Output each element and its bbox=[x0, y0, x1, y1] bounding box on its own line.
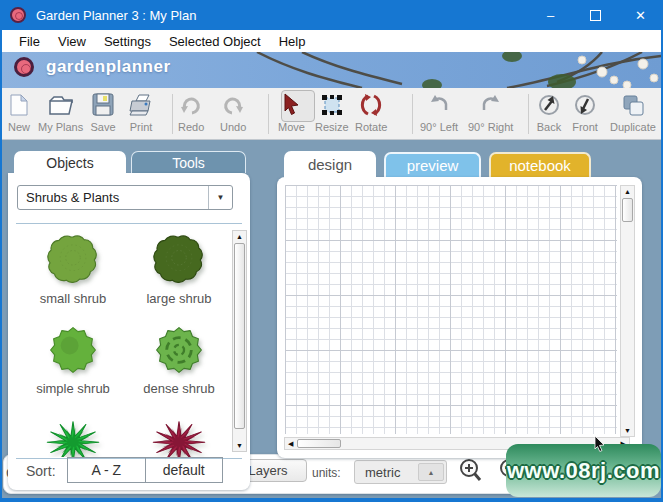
brand-banner: gardenplanner bbox=[2, 52, 661, 88]
menu-view[interactable]: View bbox=[49, 34, 95, 49]
item-label: large shrub bbox=[146, 291, 211, 306]
simple-shrub-icon bbox=[44, 322, 102, 378]
objects-scrollbar[interactable]: ▲ ▼ bbox=[232, 230, 247, 452]
rotate-90-left-button[interactable]: 90° Left bbox=[420, 92, 458, 133]
item-label: simple shrub bbox=[36, 381, 110, 396]
resize-handles-icon bbox=[319, 92, 345, 118]
move-cursor-icon bbox=[278, 92, 304, 118]
category-dropdown-value: Shrubs & Plants bbox=[18, 190, 208, 205]
print-button[interactable]: Print bbox=[128, 92, 154, 133]
zoom-in-icon bbox=[458, 458, 484, 486]
sort-box: A - Z default bbox=[67, 457, 223, 483]
tab-preview[interactable]: preview bbox=[384, 152, 481, 177]
floppy-disk-icon bbox=[90, 92, 116, 118]
scroll-left-icon[interactable]: ◀ bbox=[288, 440, 293, 448]
tab-notebook[interactable]: notebook bbox=[489, 152, 591, 177]
save-button[interactable]: Save bbox=[90, 92, 116, 133]
units-dropdown[interactable]: metric ▲ bbox=[354, 460, 447, 484]
design-grid-canvas[interactable] bbox=[285, 185, 617, 434]
list-item-dense-shrub[interactable]: dense shrub bbox=[126, 322, 232, 396]
list-item-spiky-green-plant[interactable] bbox=[20, 412, 126, 457]
app-logo: gardenplanner bbox=[14, 57, 171, 77]
back-button[interactable]: Back bbox=[536, 92, 562, 133]
menu-settings[interactable]: Settings bbox=[95, 34, 160, 49]
toolbar-separator bbox=[528, 94, 529, 134]
front-button[interactable]: Front bbox=[572, 92, 598, 133]
sort-default-button[interactable]: default bbox=[146, 458, 223, 482]
menu-file[interactable]: File bbox=[10, 34, 49, 49]
toolbar-separator bbox=[412, 94, 413, 134]
minimize-button[interactable]: – bbox=[528, 0, 573, 30]
small-shrub-icon bbox=[42, 232, 104, 288]
large-shrub-icon bbox=[148, 232, 210, 288]
tab-design[interactable]: design bbox=[284, 151, 376, 178]
toolbar-separator bbox=[268, 94, 269, 134]
tab-objects[interactable]: Objects bbox=[14, 151, 126, 174]
scrollbar-thumb[interactable] bbox=[297, 439, 341, 448]
zoom-in-button[interactable] bbox=[456, 457, 486, 487]
menu-bar: File View Settings Selected Object Help bbox=[2, 30, 661, 52]
list-item-small-shrub[interactable]: small shrub bbox=[20, 232, 126, 306]
folder-icon bbox=[48, 92, 74, 118]
divider bbox=[16, 223, 242, 224]
menu-selected-object[interactable]: Selected Object bbox=[160, 34, 270, 49]
rotate-right-icon bbox=[478, 92, 504, 118]
toolbar-separator bbox=[172, 94, 173, 134]
list-item-large-shrub[interactable]: large shrub bbox=[126, 232, 232, 306]
list-item-spiky-red-plant[interactable] bbox=[126, 412, 232, 457]
app-rose-icon bbox=[10, 7, 26, 23]
title-bar: Garden Planner 3 : My Plan – ✕ bbox=[0, 0, 663, 30]
spiky-green-plant-icon bbox=[41, 412, 105, 457]
watermark-badge: www.08rj.com bbox=[506, 444, 661, 497]
item-label: dense shrub bbox=[143, 381, 215, 396]
units-label: units: bbox=[312, 466, 341, 480]
redo-arrow-icon bbox=[178, 92, 204, 118]
scroll-down-icon[interactable]: ▼ bbox=[621, 427, 634, 434]
rotate-arrows-icon bbox=[358, 92, 384, 118]
category-dropdown[interactable]: Shrubs & Plants ▼ bbox=[17, 185, 233, 210]
undo-arrow-icon bbox=[220, 92, 246, 118]
duplicate-button[interactable]: Duplicate bbox=[610, 92, 656, 133]
sort-az-button[interactable]: A - Z bbox=[68, 458, 146, 482]
logo-rose-icon bbox=[14, 57, 34, 77]
move-button[interactable]: Move bbox=[278, 92, 305, 133]
sort-label: Sort: bbox=[26, 463, 56, 479]
plant-items-grid: small shrub large shrub simple shrub bbox=[8, 228, 238, 457]
sort-row: Sort: A - Z default bbox=[8, 456, 250, 486]
duplicate-squares-icon bbox=[620, 92, 646, 118]
bring-front-icon bbox=[572, 92, 598, 118]
printer-icon bbox=[128, 92, 154, 118]
logo-text: gardenplanner bbox=[46, 57, 171, 77]
units-dropdown-arrow-icon[interactable]: ▲ bbox=[418, 463, 444, 481]
window-title: Garden Planner 3 : My Plan bbox=[36, 8, 196, 23]
app-window: Garden Planner 3 : My Plan – ✕ File View… bbox=[0, 0, 663, 502]
undo-button[interactable]: Undo bbox=[220, 92, 246, 133]
scroll-down-icon[interactable]: ▼ bbox=[233, 442, 246, 449]
canvas-vertical-scrollbar[interactable]: ▲ ▼ bbox=[620, 185, 635, 437]
rotate-90-right-button[interactable]: 90° Right bbox=[468, 92, 513, 133]
maximize-button[interactable] bbox=[573, 0, 618, 30]
scroll-up-icon[interactable]: ▲ bbox=[621, 188, 634, 195]
redo-button[interactable]: Redo bbox=[178, 92, 204, 133]
window-border bbox=[0, 498, 663, 502]
resize-button[interactable]: Resize bbox=[315, 92, 349, 133]
dropdown-arrow-icon[interactable]: ▼ bbox=[208, 186, 232, 209]
send-back-icon bbox=[536, 92, 562, 118]
window-border bbox=[0, 30, 2, 502]
scrollbar-thumb[interactable] bbox=[622, 198, 633, 222]
scroll-up-icon[interactable]: ▲ bbox=[233, 233, 246, 240]
new-button[interactable]: New bbox=[6, 92, 32, 133]
my-plans-button[interactable]: My Plans bbox=[38, 92, 83, 133]
mouse-cursor bbox=[593, 436, 607, 452]
close-button[interactable]: ✕ bbox=[618, 0, 663, 30]
item-label: small shrub bbox=[40, 291, 106, 306]
dense-shrub-icon bbox=[150, 322, 208, 378]
rotate-left-icon bbox=[426, 92, 452, 118]
scrollbar-thumb[interactable] bbox=[234, 243, 245, 429]
menu-help[interactable]: Help bbox=[270, 34, 315, 49]
rotate-button[interactable]: Rotate bbox=[355, 92, 387, 133]
tab-tools[interactable]: Tools bbox=[131, 151, 246, 173]
watermark-text: www.08rj.com bbox=[507, 458, 660, 484]
objects-panel: Shrubs & Plants ▼ small shrub large s bbox=[8, 173, 250, 490]
list-item-simple-shrub[interactable]: simple shrub bbox=[20, 322, 126, 396]
